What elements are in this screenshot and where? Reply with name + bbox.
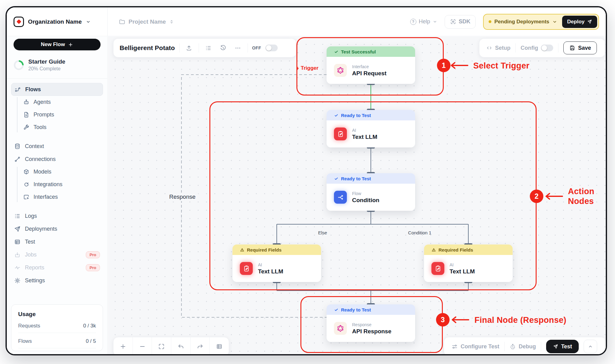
test-button[interactable]: Test <box>546 340 579 353</box>
sidebar-item-connections[interactable]: Connections <box>11 153 103 166</box>
redo-button[interactable] <box>191 337 210 354</box>
debug-button[interactable]: Debug <box>510 343 536 350</box>
node-text-llm-else[interactable]: Required Fields AI Text LLM <box>232 245 321 282</box>
usage-card: Usage Requests 0 / 3k Flows 0 / 5 <box>11 304 103 351</box>
paper-plane-icon <box>14 226 21 232</box>
sidebar-item-interfaces[interactable]: Interfaces <box>23 191 103 203</box>
sidebar-item-tools[interactable]: Tools <box>23 121 103 134</box>
annotation-2-label: Action Nodes <box>568 186 594 206</box>
fit-view-button[interactable] <box>152 337 171 354</box>
graphql-icon <box>334 64 347 77</box>
usage-title: Usage <box>18 311 96 318</box>
node-api-response[interactable]: Ready to Test Response API Response <box>327 304 415 342</box>
sidebar-item-label: Integrations <box>34 181 62 188</box>
node-status: Required Fields <box>232 245 321 255</box>
canvas-controls <box>113 337 229 354</box>
test-toolbar: Configure Test Debug Test <box>444 337 606 354</box>
deploy-label: Deploy <box>567 19 585 25</box>
grid-view-button[interactable] <box>210 337 229 354</box>
node-title: API Response <box>352 328 391 335</box>
response-edge-label: Response <box>167 193 198 201</box>
node-api-request[interactable]: Test Successful Interface API Request <box>327 46 415 84</box>
sidebar-item-settings[interactable]: Settings <box>11 274 103 287</box>
setup-button[interactable]: Setup <box>486 45 510 51</box>
pro-badge: Pro <box>86 264 100 271</box>
upload-icon <box>186 45 192 51</box>
usage-value: 0 / 5 <box>86 338 96 344</box>
branch-label-else: Else <box>318 230 327 235</box>
node-condition[interactable]: Ready to Test Flow Condition <box>327 173 415 211</box>
history-button[interactable] <box>218 43 228 53</box>
sidebar-item-context[interactable]: Context <box>11 140 103 153</box>
flow-enabled-toggle[interactable] <box>265 45 278 51</box>
configure-test-button[interactable]: Configure Test <box>451 343 499 350</box>
sidebar-item-label: Agents <box>34 99 51 105</box>
pending-deployments-pill[interactable]: Pending Deployments Deploy <box>483 14 599 30</box>
setup-label: Setup <box>495 45 510 51</box>
starter-guide[interactable]: Starter Guide 20% Complete <box>14 58 101 72</box>
database-icon <box>14 143 21 150</box>
node-status: Ready to Test <box>327 110 415 120</box>
connections-icon <box>14 156 21 162</box>
sidebar-item-label: Connections <box>25 156 56 162</box>
sidebar: New Flow Starter Guide 20% Complete Flow… <box>7 37 108 354</box>
setup-toolbar: Setup Config Save <box>479 38 605 57</box>
usage-value: 0 / 3k <box>83 323 96 329</box>
sidebar-item-models[interactable]: Models <box>23 166 103 178</box>
usage-label: Requests <box>18 323 40 329</box>
document-icon <box>23 112 30 118</box>
condition-branch-icon <box>334 191 347 204</box>
minus-icon <box>139 343 146 350</box>
zoom-out-button[interactable] <box>133 337 152 354</box>
more-options-button[interactable] <box>233 43 243 53</box>
annotation-3-label: Final Node (Response) <box>474 315 566 325</box>
sidebar-item-flows[interactable]: Flows <box>11 83 103 96</box>
graphql-icon <box>334 322 347 335</box>
project-switcher[interactable]: Project Name <box>108 18 174 25</box>
sidebar-item-label: Test <box>25 239 35 245</box>
steps-list-button[interactable] <box>203 43 214 53</box>
help-menu[interactable]: ? Help <box>410 18 437 25</box>
sidebar-item-label: Deployments <box>25 226 57 232</box>
node-category: Interface <box>352 64 387 69</box>
node-title: Text LLM <box>258 268 283 275</box>
sidebar-item-prompts[interactable]: Prompts <box>23 108 103 121</box>
node-title: API Request <box>352 70 387 77</box>
list-icon <box>205 45 212 51</box>
sidebar-item-reports[interactable]: Reports Pro <box>11 261 103 274</box>
save-button[interactable]: Save <box>563 41 597 54</box>
flow-canvas[interactable]: Belligerent Potato OFF Setup Config <box>108 37 606 354</box>
flow-title: Belligerent Potato <box>120 44 175 52</box>
node-text-llm-top[interactable]: Ready to Test AI Text LLM <box>327 110 415 147</box>
sdk-button[interactable]: SDK <box>445 15 476 29</box>
node-text-llm-condition1[interactable]: Required Fields AI Text LLM <box>424 245 513 282</box>
connections-subgroup: Models Integrations Interfaces <box>17 166 103 203</box>
sidebar-item-deployments[interactable]: Deployments <box>11 222 103 235</box>
expand-panel-button[interactable] <box>584 340 597 353</box>
usage-row-requests: Requests 0 / 3k <box>18 318 96 333</box>
node-status: Ready to Test <box>327 173 415 184</box>
flows-icon <box>14 86 21 93</box>
sidebar-item-logs[interactable]: Logs <box>11 209 103 222</box>
text-llm-icon <box>431 262 444 275</box>
sliders-icon <box>451 343 458 350</box>
cube-icon <box>23 169 30 175</box>
chevron-down-icon <box>86 19 91 24</box>
node-category: Flow <box>352 191 379 196</box>
zoom-in-button[interactable] <box>113 337 133 354</box>
left-arrow-icon <box>451 316 470 323</box>
undo-button[interactable] <box>171 337 190 354</box>
code-icon <box>486 45 492 51</box>
sidebar-item-integrations[interactable]: Integrations <box>23 178 103 191</box>
deploy-button[interactable]: Deploy <box>562 16 597 28</box>
sidebar-item-jobs[interactable]: Jobs Pro <box>11 248 103 261</box>
node-category: AI <box>352 128 377 133</box>
sidebar-item-agents[interactable]: Agents <box>23 96 103 108</box>
debug-label: Debug <box>519 343 536 350</box>
share-button[interactable] <box>184 43 194 53</box>
left-arrow-icon <box>545 193 564 200</box>
sidebar-item-test[interactable]: Test <box>11 235 103 248</box>
new-flow-button[interactable]: New Flow <box>14 39 101 50</box>
org-switcher[interactable]: Organization Name <box>7 7 108 36</box>
config-toggle[interactable] <box>541 45 553 51</box>
